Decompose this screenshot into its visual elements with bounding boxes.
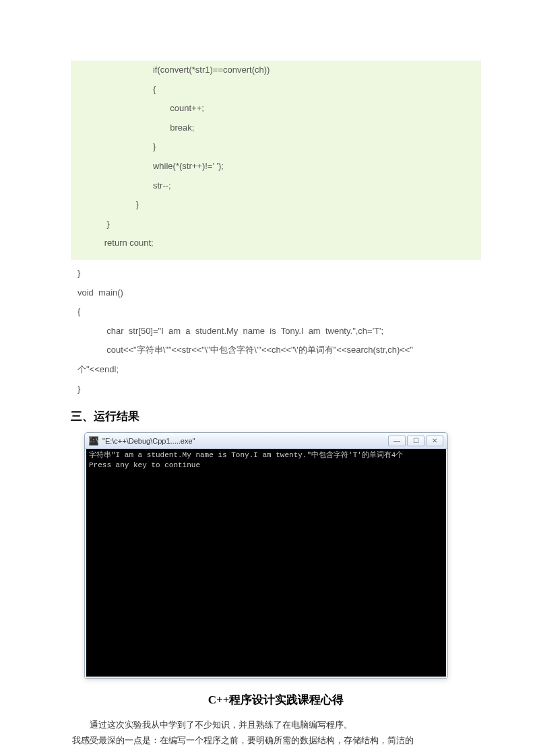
console-window: C:\ "E:\c++\Debug\Cpp1.....exe" — ☐ ✕ 字符… — [84, 432, 448, 679]
code-line: while(*(str++)!=' '); — [77, 157, 474, 176]
code-line: 个"<<endl; — [77, 360, 474, 380]
code-line: break; — [77, 118, 474, 138]
code-line: cout<<"字符串\""<<str<<"\"中包含字符\'"<<ch<<"\'… — [77, 341, 474, 360]
app-icon: C:\ — [89, 436, 98, 446]
body-paragraph: 通过这次实验我从中学到了不少知识，并且熟练了在电脑编写程序。 — [71, 717, 481, 732]
code-line: if(convert(*str1)==convert(ch)) — [77, 61, 474, 80]
code-line: { — [77, 80, 474, 100]
close-button[interactable]: ✕ — [426, 436, 443, 446]
code-line: { — [77, 302, 474, 322]
code-line: char str[50]="I am a student.My name is … — [77, 322, 474, 341]
window-titlebar: C:\ "E:\c++\Debug\Cpp1.....exe" — ☐ ✕ — [85, 433, 447, 449]
minimize-button[interactable]: — — [388, 436, 406, 446]
console-line: 字符串"I am a student.My name is Tony.I am … — [89, 451, 403, 459]
code-line: } — [77, 195, 474, 215]
code-line: count++; — [77, 99, 474, 118]
code-line: void main() — [77, 283, 474, 303]
code-block-plain: } void main() { char str[50]="I am a stu… — [71, 264, 481, 399]
code-line: } — [77, 137, 474, 157]
section-heading-summary: C++程序设计实践课程心得 — [71, 692, 481, 708]
code-line: return count; — [77, 234, 474, 253]
code-line: str--; — [77, 176, 474, 196]
code-line: } — [77, 380, 474, 399]
maximize-button[interactable]: ☐ — [407, 436, 424, 446]
window-controls: — ☐ ✕ — [388, 436, 443, 446]
window-title: "E:\c++\Debug\Cpp1.....exe" — [102, 437, 388, 445]
console-output: 字符串"I am a student.My name is Tony.I am … — [85, 449, 447, 678]
code-block-highlighted: if(convert(*str1)==convert(ch)) { count+… — [71, 61, 481, 260]
console-line: Press any key to continue — [89, 461, 200, 469]
body-paragraph: 我感受最深的一点是：在编写一个程序之前，要明确所需的数据结构，存储结构，简洁的 — [71, 732, 481, 748]
code-line: } — [77, 264, 474, 283]
code-line: } — [77, 215, 474, 234]
section-heading-results: 三、运行结果 — [71, 409, 481, 424]
